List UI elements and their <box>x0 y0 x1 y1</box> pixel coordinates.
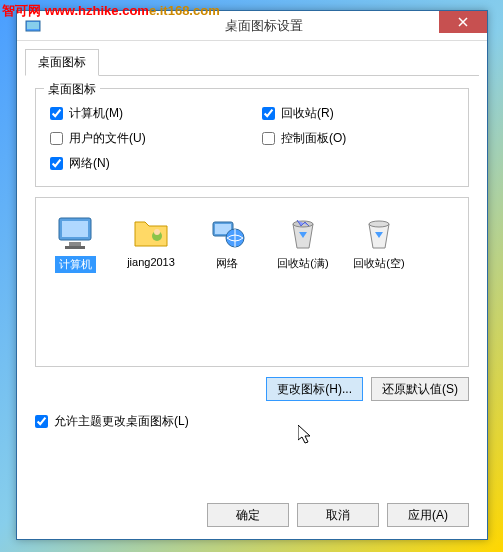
icon-item-recycle-full[interactable]: 回收站(满) <box>274 212 332 271</box>
icon-label-user: jiang2013 <box>127 256 175 268</box>
check-controlpanel[interactable]: 控制面板(O) <box>262 130 454 147</box>
change-icon-button[interactable]: 更改图标(H)... <box>266 377 363 401</box>
icon-label-network: 网络 <box>216 256 238 271</box>
svg-rect-5 <box>65 246 85 249</box>
restore-default-button[interactable]: 还原默认值(S) <box>371 377 469 401</box>
checkbox-userfiles[interactable] <box>50 132 63 145</box>
watermark: 智可网 www.hzhike.come.it168.com <box>2 2 220 20</box>
checkbox-computer[interactable] <box>50 107 63 120</box>
groupbox-desktop-icons: 桌面图标 计算机(M) 回收站(R) 用户的文件(U) 控制面板(O) <box>35 88 469 187</box>
check-userfiles[interactable]: 用户的文件(U) <box>50 130 242 147</box>
computer-icon <box>55 212 95 252</box>
icon-button-row: 更改图标(H)... 还原默认值(S) <box>35 377 469 401</box>
dialog-button-row: 确定 取消 应用(A) <box>207 503 469 527</box>
check-computer[interactable]: 计算机(M) <box>50 105 242 122</box>
checkbox-recycle[interactable] <box>262 107 275 120</box>
icon-item-recycle-empty[interactable]: 回收站(空) <box>350 212 408 271</box>
svg-rect-1 <box>27 22 39 29</box>
check-allow-theme[interactable]: 允许主题更改桌面图标(L) <box>35 413 469 430</box>
icon-item-user[interactable]: jiang2013 <box>122 212 180 268</box>
icon-item-computer[interactable]: 计算机 <box>46 212 104 273</box>
dialog-window: 桌面图标设置 桌面图标 桌面图标 计算机(M) 回收站(R) 用户的文件(U) <box>16 10 488 540</box>
tab-content: 桌面图标 计算机(M) 回收站(R) 用户的文件(U) 控制面板(O) <box>17 76 487 442</box>
icon-label-recycle-empty: 回收站(空) <box>353 256 404 271</box>
svg-point-7 <box>154 229 160 235</box>
icon-label-recycle-full: 回收站(满) <box>277 256 328 271</box>
close-button[interactable] <box>439 11 487 33</box>
svg-rect-3 <box>62 221 88 237</box>
check-recycle[interactable]: 回收站(R) <box>262 105 454 122</box>
icon-label-computer: 计算机 <box>55 256 96 273</box>
groupbox-title: 桌面图标 <box>44 81 100 98</box>
check-network[interactable]: 网络(N) <box>50 155 242 172</box>
icon-item-network[interactable]: 网络 <box>198 212 256 271</box>
ok-button[interactable]: 确定 <box>207 503 289 527</box>
icon-preview-area: 计算机 jiang2013 网络 回收站(满) <box>35 197 469 367</box>
folder-user-icon <box>131 212 171 252</box>
apply-button[interactable]: 应用(A) <box>387 503 469 527</box>
recycle-empty-icon <box>359 212 399 252</box>
tab-strip: 桌面图标 <box>25 49 479 76</box>
tab-desktop-icons[interactable]: 桌面图标 <box>25 49 99 76</box>
network-icon <box>207 212 247 252</box>
svg-point-12 <box>369 221 389 227</box>
cancel-button[interactable]: 取消 <box>297 503 379 527</box>
checkbox-controlpanel[interactable] <box>262 132 275 145</box>
checkbox-allow-theme[interactable] <box>35 415 48 428</box>
svg-rect-4 <box>69 242 81 246</box>
recycle-full-icon <box>283 212 323 252</box>
checkbox-network[interactable] <box>50 157 63 170</box>
